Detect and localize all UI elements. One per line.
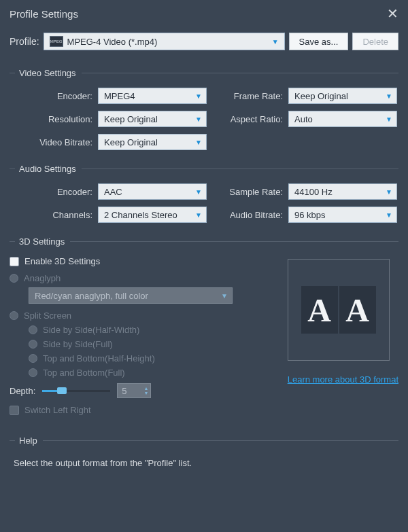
delete-button: Delete: [352, 33, 398, 50]
chevron-down-icon: ▼: [195, 116, 202, 123]
switch-lr-checkbox: Switch Left Right: [10, 405, 275, 415]
tab-full-radio: Top and Bottom(Full): [29, 368, 275, 378]
chevron-down-icon: ▼: [195, 92, 202, 100]
frame-rate-label: Frame Rate:: [207, 91, 288, 101]
profile-value: MPEG-4 Video (*.mp4): [67, 37, 158, 47]
3d-section: 3D Settings Enable 3D Settings Anaglyph …: [0, 228, 408, 427]
chevron-down-icon: ▼: [272, 38, 279, 46]
3d-header: 3D Settings: [10, 236, 398, 247]
chevron-down-icon: ▼: [386, 92, 392, 100]
radio-icon: [10, 274, 18, 283]
chevron-down-icon: ▼: [386, 211, 392, 219]
sample-rate-label: Sample Rate:: [207, 187, 288, 197]
close-icon[interactable]: ✕: [387, 5, 398, 22]
video-bitrate-label: Video Bitrate:: [10, 137, 98, 147]
learn-more-link[interactable]: Learn more about 3D format: [288, 374, 398, 385]
sbs-full-radio: Side by Side(Full): [29, 339, 275, 349]
audio-encoder-select[interactable]: AAC▼: [98, 183, 207, 200]
anaglyph-radio: Anaglyph: [10, 273, 275, 283]
chevron-down-icon: ▼: [386, 188, 392, 196]
checkbox-icon: [10, 257, 19, 266]
video-encoder-label: Encoder:: [10, 91, 98, 101]
profile-label: Profile:: [10, 36, 39, 47]
3d-preview: A A: [288, 259, 390, 361]
depth-slider: [42, 386, 110, 395]
audio-header: Audio Settings: [10, 164, 398, 174]
mpeg-icon: MPEG: [50, 36, 63, 47]
split-screen-radio: Split Screen: [10, 311, 275, 321]
radio-icon: [29, 325, 37, 334]
resolution-label: Resolution:: [10, 114, 98, 124]
depth-label: Depth:: [10, 386, 35, 396]
video-encoder-select[interactable]: MPEG4▼: [98, 88, 207, 104]
titlebar: Profile Settings ✕: [0, 0, 408, 29]
resolution-select[interactable]: Keep Original▼: [98, 111, 207, 127]
chevron-down-icon: ▼: [221, 292, 228, 300]
window-title: Profile Settings: [10, 8, 78, 20]
help-text: Select the output format from the "Profi…: [10, 455, 398, 468]
anaglyph-mode-select: Red/cyan anaglyph, full color ▼: [29, 287, 233, 304]
save-as-button[interactable]: Save as...: [289, 33, 349, 50]
chevron-down-icon: ▼: [195, 188, 202, 196]
frame-rate-select[interactable]: Keep Original▼: [288, 88, 397, 104]
depth-row: Depth: 5 ▲▼: [10, 383, 275, 398]
radio-icon: [29, 340, 37, 349]
audio-section: Audio Settings Encoder: AAC▼ Sample Rate…: [0, 156, 408, 228]
preview-letter-right: A: [339, 286, 376, 334]
video-header: Video Settings: [10, 68, 398, 78]
radio-icon: [10, 311, 18, 320]
audio-bitrate-label: Audio Bitrate:: [207, 210, 288, 220]
radio-icon: [29, 354, 37, 363]
chevron-down-icon: ▼: [195, 139, 202, 146]
help-header: Help: [10, 436, 398, 446]
preview-letter-left: A: [301, 286, 338, 334]
aspect-ratio-select[interactable]: Auto▼: [288, 111, 397, 127]
audio-bitrate-select[interactable]: 96 kbps▼: [288, 207, 397, 223]
aspect-ratio-label: Aspect Ratio:: [207, 114, 288, 124]
depth-spinner: 5 ▲▼: [117, 383, 151, 398]
slider-thumb-icon: [57, 387, 67, 394]
spinner-arrows-icon: ▲▼: [143, 386, 148, 395]
sample-rate-select[interactable]: 44100 Hz▼: [288, 183, 397, 200]
radio-icon: [29, 368, 37, 377]
tab-half-radio: Top and Bottom(Half-Height): [29, 353, 275, 363]
chevron-down-icon: ▼: [195, 211, 202, 219]
help-section: Help Select the output format from the "…: [0, 427, 408, 474]
profile-row: Profile: MPEG MPEG-4 Video (*.mp4) ▼ Sav…: [0, 29, 408, 60]
channels-label: Channels:: [10, 210, 98, 220]
video-bitrate-select[interactable]: Keep Original▼: [98, 134, 207, 150]
enable-3d-checkbox[interactable]: Enable 3D Settings: [10, 256, 275, 266]
profile-select[interactable]: MPEG MPEG-4 Video (*.mp4) ▼: [44, 33, 285, 50]
audio-encoder-label: Encoder:: [10, 187, 98, 197]
channels-select[interactable]: 2 Channels Stereo▼: [98, 207, 207, 223]
checkbox-icon: [10, 406, 19, 415]
chevron-down-icon: ▼: [386, 116, 392, 123]
video-section: Video Settings Encoder: MPEG4▼ Frame Rat…: [0, 60, 408, 156]
sbs-half-radio: Side by Side(Half-Width): [29, 325, 275, 335]
